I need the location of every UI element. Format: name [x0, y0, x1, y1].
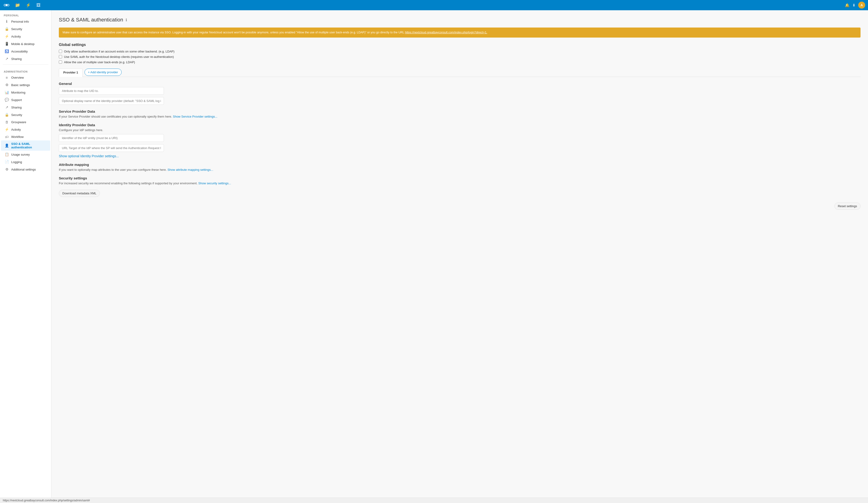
lock-icon: 🔒: [5, 27, 9, 31]
info-icon: ℹ: [5, 19, 9, 23]
idp-desc: Configure your IdP settings here.: [59, 128, 860, 132]
chart-icon: 📊: [5, 90, 9, 94]
sidebar-item-label: Accessibility: [11, 50, 28, 53]
sidebar-item-label: Workflow: [11, 135, 23, 139]
sidebar-item-label: Sharing: [11, 106, 22, 109]
sidebar-item-overview[interactable]: ≡ Overview: [1, 74, 50, 81]
reset-settings-button[interactable]: Reset settings: [834, 202, 860, 210]
service-provider-settings-link[interactable]: Show Service Provider settings...: [173, 115, 217, 118]
statusbar: https://nextcloud.greatbayconsult.com/in…: [0, 497, 868, 503]
checkbox-saml-desktop-input[interactable]: [59, 55, 62, 58]
sidebar-item-personal-info[interactable]: ℹ Personal info: [1, 18, 50, 25]
uid-attribute-input[interactable]: [59, 87, 164, 95]
bolt-icon: ⚡: [5, 34, 9, 39]
sidebar-item-support[interactable]: 💬 Support: [1, 96, 50, 104]
settings-icon: ⚙: [5, 167, 9, 171]
global-settings-title: Global settings: [59, 43, 860, 47]
checkbox-multiple-backends[interactable]: Allow the use of multiple user back-ends…: [59, 61, 860, 64]
contacts-icon[interactable]: ⬇: [852, 3, 855, 8]
service-provider-desc: If your Service Provider should use cert…: [59, 115, 860, 118]
sidebar-item-label: Personal info: [11, 20, 29, 23]
lock-admin-icon: 🔒: [5, 113, 9, 117]
idp-url-input[interactable]: [59, 144, 164, 152]
sidebar-item-label: Security: [11, 27, 22, 31]
attribute-mapping-section: Attribute mapping If you want to optiona…: [59, 163, 860, 171]
display-name-group: [59, 97, 860, 105]
sidebar-item-workflow[interactable]: 🏷 Workflow: [1, 133, 50, 140]
checkbox-multiple-backends-input[interactable]: [59, 61, 62, 64]
photos-icon[interactable]: 🖼: [35, 2, 42, 9]
sidebar-item-groupware[interactable]: 🗓 Groupware: [1, 118, 50, 126]
sidebar-item-additional-settings[interactable]: ⚙ Additional settings: [1, 166, 50, 173]
security-settings-title: Security settings: [59, 176, 860, 180]
activity-icon[interactable]: ⚡: [25, 2, 32, 9]
topbar-right: 🔔 ⬇ A: [845, 2, 865, 9]
user-avatar[interactable]: A: [858, 2, 865, 9]
attribute-mapping-desc: If you want to optionally map attributes…: [59, 168, 860, 171]
sidebar-item-label: Activity: [11, 35, 21, 38]
sidebar-item-usage-survey[interactable]: 📋 Usage survey: [1, 151, 50, 158]
sidebar-item-label: Support: [11, 98, 22, 102]
page-info-icon[interactable]: ℹ: [126, 18, 127, 22]
admin-section-title: Administration: [0, 66, 51, 74]
clipboard-icon: 📋: [5, 153, 9, 157]
statusbar-url: https://nextcloud.greatbayconsult.com/in…: [3, 499, 90, 502]
uid-attribute-group: [59, 87, 860, 95]
bolt-admin-icon: ⚡: [5, 127, 9, 132]
sidebar-item-activity-admin[interactable]: ⚡ Activity: [1, 126, 50, 133]
sidebar-item-accessibility[interactable]: ♿ Accessibility: [1, 48, 50, 55]
sidebar-item-basic-settings[interactable]: ⚙ Basic settings: [1, 81, 50, 89]
sidebar-item-sharing-personal[interactable]: ↗ Sharing: [1, 55, 50, 63]
sidebar-divider: [3, 64, 48, 65]
checkbox-only-allow-input[interactable]: [59, 50, 62, 53]
person-icon: 👤: [5, 144, 9, 148]
sidebar-item-security-admin[interactable]: 🔒 Security: [1, 111, 50, 118]
tab-provider1[interactable]: Provider 1: [59, 69, 83, 77]
idp-section: Identity Provider Data Configure your Id…: [59, 123, 860, 158]
support-icon: 💬: [5, 98, 9, 102]
notifications-icon[interactable]: 🔔: [845, 3, 849, 8]
security-settings-link[interactable]: Show security settings...: [198, 181, 231, 185]
share-admin-icon: ↗: [5, 105, 9, 109]
warning-url-link[interactable]: https://nextcloud.greatbayconsult.com/in…: [405, 31, 487, 34]
topbar: 📁 ⚡ 🖼 🔔 ⬇ A: [0, 0, 868, 10]
checkbox-saml-desktop[interactable]: Use SAML auth for the Nextcloud desktop …: [59, 55, 860, 59]
sidebar-item-sso-saml[interactable]: 👤 SSO & SAML authentication: [1, 140, 50, 151]
sidebar-item-label: SSO & SAML authentication: [11, 142, 46, 149]
sidebar-item-label: Groupware: [11, 120, 26, 124]
checkbox-multiple-backends-label: Allow the use of multiple user back-ends…: [64, 61, 135, 64]
attribute-mapping-link[interactable]: Show attribute mapping settings...: [167, 168, 213, 171]
sidebar-item-mobile[interactable]: 📱 Mobile & desktop: [1, 40, 50, 48]
security-settings-section: Security settings For increased security…: [59, 176, 860, 185]
bottom-actions: Reset settings: [59, 202, 860, 210]
warning-banner: Make sure to configure an administrative…: [59, 28, 860, 38]
idp-url-group: [59, 144, 860, 152]
nextcloud-logo[interactable]: [3, 1, 10, 9]
idp-entity-input[interactable]: [59, 134, 164, 142]
topbar-left: 📁 ⚡ 🖼: [3, 1, 42, 9]
checkbox-saml-desktop-label: Use SAML auth for the Nextcloud desktop …: [64, 55, 174, 59]
calendar-icon: 🗓: [5, 120, 9, 124]
sidebar-item-activity[interactable]: ⚡ Activity: [1, 33, 50, 40]
sidebar-item-security[interactable]: 🔒 Security: [1, 25, 50, 33]
svg-point-3: [4, 4, 6, 6]
general-section-title: General: [59, 82, 860, 86]
sidebar-item-monitoring[interactable]: 📊 Monitoring: [1, 89, 50, 96]
gear-icon: ⚙: [5, 83, 9, 87]
files-icon[interactable]: 📁: [14, 2, 21, 9]
sidebar-item-label: Basic settings: [11, 83, 30, 87]
idp-optional-settings-link[interactable]: Show optional Identity Provider settings…: [59, 154, 119, 158]
warning-text: Make sure to configure an administrative…: [63, 31, 404, 34]
download-metadata-button[interactable]: Download metadata XML: [59, 190, 100, 197]
checkbox-only-allow[interactable]: Only allow authentication if an account …: [59, 50, 860, 53]
add-identity-provider-button[interactable]: + Add identity provider: [84, 69, 122, 76]
sidebar-item-sharing-admin[interactable]: ↗ Sharing: [1, 104, 50, 111]
mobile-icon: 📱: [5, 42, 9, 46]
main-content: SSO & SAML authentication ℹ Make sure to…: [51, 10, 868, 497]
layout: Personal ℹ Personal info 🔒 Security ⚡ Ac…: [0, 10, 868, 497]
idp-title: Identity Provider Data: [59, 123, 860, 127]
attribute-mapping-title: Attribute mapping: [59, 163, 860, 167]
security-settings-desc: For increased security we recommend enab…: [59, 181, 860, 185]
display-name-input[interactable]: [59, 97, 164, 105]
sidebar-item-logging[interactable]: 📄 Logging: [1, 158, 50, 166]
